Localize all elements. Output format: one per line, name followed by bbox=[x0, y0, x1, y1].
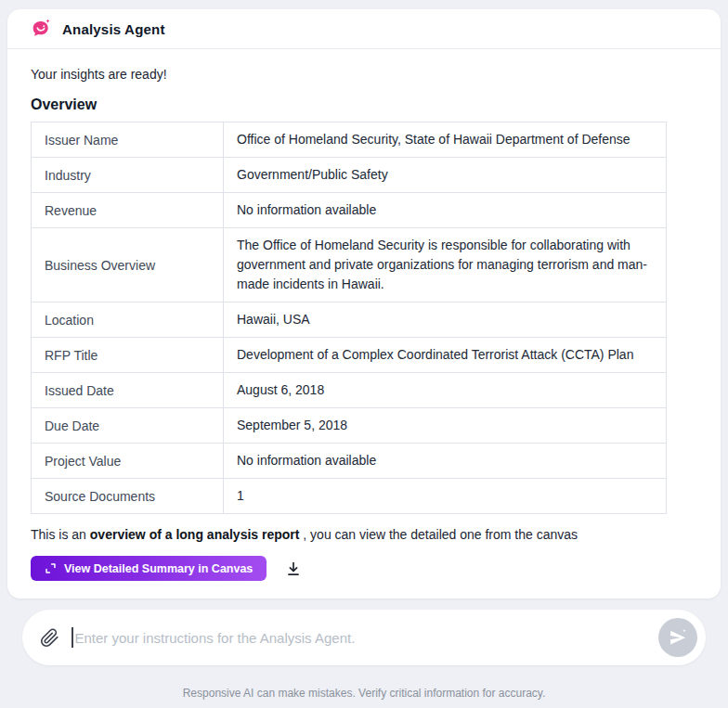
row-label: Project Value bbox=[32, 444, 224, 479]
table-row: Source Documents1 bbox=[32, 479, 667, 514]
report-footnote: This is an overview of a long analysis r… bbox=[31, 527, 697, 542]
table-row: Issuer NameOffice of Homeland Security, … bbox=[32, 122, 667, 158]
row-label: Revenue bbox=[32, 193, 224, 228]
row-value: Hawaii, USA bbox=[224, 303, 667, 338]
row-label: Issuer Name bbox=[32, 122, 224, 158]
attach-file-button[interactable] bbox=[40, 628, 59, 648]
footnote-suffix: , you can view the detailed one from the… bbox=[299, 527, 578, 542]
table-row: RevenueNo information available bbox=[32, 193, 667, 228]
insights-ready-text: Your insights are ready! bbox=[31, 67, 697, 82]
row-label: Business Overview bbox=[32, 228, 224, 303]
table-row: Due DateSeptember 5, 2018 bbox=[32, 408, 667, 444]
table-row: Issued DateAugust 6, 2018 bbox=[32, 373, 667, 408]
agent-title: Analysis Agent bbox=[62, 21, 165, 37]
chat-message: Your insights are ready! Overview Issuer… bbox=[7, 49, 721, 581]
ai-disclaimer: Responsive AI can make mistakes. Verify … bbox=[0, 687, 728, 700]
instruction-input[interactable] bbox=[75, 630, 659, 646]
row-value: September 5, 2018 bbox=[224, 408, 667, 444]
chat-panel-header: Analysis Agent bbox=[7, 9, 721, 49]
row-label: RFP Title bbox=[32, 338, 224, 373]
overview-heading: Overview bbox=[31, 97, 697, 113]
footnote-prefix: This is an bbox=[31, 527, 90, 542]
row-value: 1 bbox=[224, 479, 667, 514]
expand-corners-icon bbox=[45, 562, 57, 574]
send-button[interactable] bbox=[658, 618, 697, 657]
overview-table-body: Issuer NameOffice of Homeland Security, … bbox=[32, 122, 667, 514]
row-value: Development of a Complex Coordinated Ter… bbox=[224, 338, 667, 373]
text-caret bbox=[72, 627, 73, 648]
row-label: Location bbox=[32, 303, 224, 338]
paperclip-icon bbox=[40, 628, 59, 648]
table-row: Project ValueNo information available bbox=[32, 444, 667, 479]
table-row: IndustryGovernment/Public Safety bbox=[32, 158, 667, 193]
row-value: No information available bbox=[224, 444, 667, 479]
row-label: Source Documents bbox=[32, 479, 224, 514]
analysis-agent-icon bbox=[31, 19, 52, 40]
table-row: Business OverviewThe Office of Homeland … bbox=[32, 228, 667, 303]
composer bbox=[22, 610, 706, 665]
table-row: RFP TitleDevelopment of a Complex Coordi… bbox=[32, 338, 667, 373]
download-icon bbox=[285, 560, 302, 577]
row-value: Government/Public Safety bbox=[224, 158, 667, 193]
download-summary-button[interactable] bbox=[285, 560, 302, 577]
view-detailed-summary-button[interactable]: View Detailed Summary in Canvas bbox=[31, 556, 266, 581]
message-actions: View Detailed Summary in Canvas bbox=[31, 556, 697, 581]
row-value: Office of Homeland Security, State of Ha… bbox=[224, 122, 667, 158]
row-label: Due Date bbox=[32, 408, 224, 444]
row-value: August 6, 2018 bbox=[224, 373, 667, 408]
row-label: Industry bbox=[32, 158, 224, 193]
row-label: Issued Date bbox=[32, 373, 224, 408]
row-value: The Office of Homeland Security is respo… bbox=[224, 228, 667, 303]
footnote-bold: overview of a long analysis report bbox=[90, 527, 300, 542]
row-value: No information available bbox=[224, 193, 667, 228]
send-icon bbox=[668, 627, 688, 648]
table-row: LocationHawaii, USA bbox=[32, 303, 667, 338]
view-detailed-summary-label: View Detailed Summary in Canvas bbox=[64, 562, 253, 575]
overview-table: Issuer NameOffice of Homeland Security, … bbox=[31, 122, 667, 514]
chat-panel: Analysis Agent Your insights are ready! … bbox=[7, 9, 721, 599]
